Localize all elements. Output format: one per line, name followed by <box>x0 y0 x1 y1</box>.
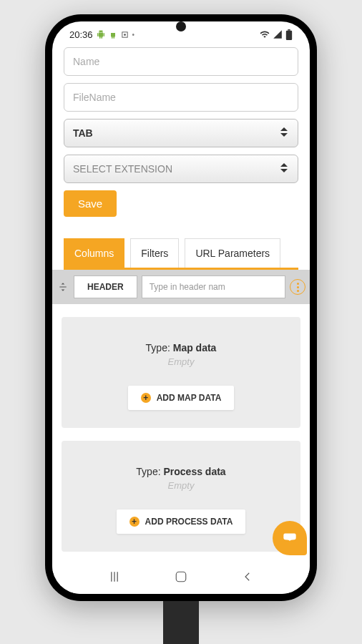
map-data-section: Type: Map data Empty + ADD MAP DATA <box>62 317 300 428</box>
chat-bubble-button[interactable] <box>273 521 307 555</box>
tab-url-parameters[interactable]: URL Parameters <box>185 238 280 268</box>
signal-icon <box>273 29 283 39</box>
header-label-button[interactable]: HEADER <box>74 275 137 298</box>
phone-frame: 20:36 • TAB SELECT EXTENSION <box>45 14 317 601</box>
screen: 20:36 • TAB SELECT EXTENSION <box>52 21 310 594</box>
tab-select-value: TAB <box>73 127 93 139</box>
android-nav-bar <box>52 560 310 594</box>
status-time: 20:36 <box>69 29 93 40</box>
main-content: TAB SELECT EXTENSION Save Columns Filter… <box>52 47 310 560</box>
svg-rect-2 <box>286 30 292 39</box>
android-icon <box>97 30 105 39</box>
filename-input[interactable] <box>64 83 298 112</box>
tab-filters[interactable]: Filters <box>130 238 179 268</box>
android-icon-2 <box>109 30 117 39</box>
home-button[interactable] <box>172 568 190 585</box>
add-process-data-button[interactable]: + ADD PROCESS DATA <box>117 509 246 534</box>
tab-select[interactable]: TAB <box>64 119 298 147</box>
svg-point-1 <box>124 34 126 36</box>
plus-icon: + <box>141 393 151 403</box>
tabs: Columns Filters URL Parameters <box>64 238 298 270</box>
menu-dots-icon[interactable] <box>290 279 305 295</box>
extension-select[interactable]: SELECT EXTENSION <box>64 155 298 183</box>
wifi-icon <box>260 29 270 39</box>
front-camera <box>176 21 186 31</box>
extension-select-value: SELECT EXTENSION <box>73 163 172 175</box>
header-row: HEADER Type in header nam <box>52 270 310 304</box>
status-dot: • <box>132 31 135 39</box>
add-map-data-button[interactable]: + ADD MAP DATA <box>128 386 235 410</box>
sort-icon <box>280 127 289 139</box>
svg-rect-4 <box>176 572 186 582</box>
recents-button[interactable] <box>106 568 123 585</box>
back-button[interactable] <box>239 568 256 585</box>
tab-columns[interactable]: Columns <box>64 238 124 268</box>
plus-icon: + <box>129 517 140 527</box>
process-empty-text: Empty <box>76 480 286 491</box>
name-input[interactable] <box>64 47 298 76</box>
process-data-section: Type: Process data Empty + ADD PROCESS D… <box>62 441 300 552</box>
chat-icon <box>280 529 299 547</box>
header-name-input[interactable]: Type in header nam <box>142 275 285 298</box>
svg-rect-3 <box>288 29 290 31</box>
process-type-label: Type: Process data <box>76 466 286 477</box>
map-type-label: Type: Map data <box>76 342 286 353</box>
screenshot-icon <box>121 31 129 39</box>
save-button[interactable]: Save <box>64 190 117 217</box>
sort-icon <box>280 163 289 175</box>
drag-handle-icon[interactable] <box>57 280 69 293</box>
map-empty-text: Empty <box>76 356 286 367</box>
battery-icon <box>285 29 293 40</box>
